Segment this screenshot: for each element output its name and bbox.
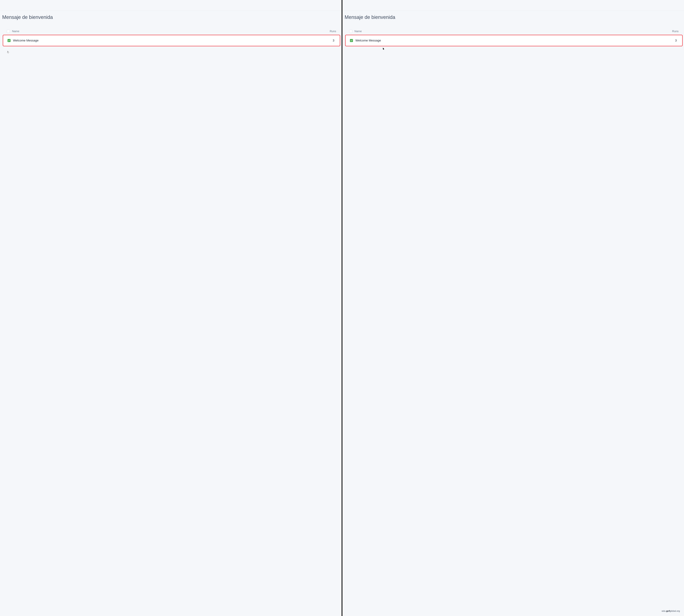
column-runs-header: Runs bbox=[330, 30, 336, 33]
pane-left: Mensaje de bienvenida Name Runs bbox=[0, 0, 342, 616]
section-title: Mensaje de bienvenida bbox=[2, 14, 342, 20]
checkmark-icon bbox=[350, 39, 352, 42]
list-header: Name Runs bbox=[2, 30, 342, 35]
content-area: Mensaje de bienvenida Name Runs bbox=[0, 11, 342, 46]
section-title: Mensaje de bienvenida bbox=[345, 14, 684, 20]
name-header-label: Name bbox=[355, 30, 362, 33]
table-row[interactable]: Welcome Message 3 bbox=[345, 35, 683, 46]
select-all-checkbox[interactable] bbox=[7, 30, 10, 33]
top-bar bbox=[0, 0, 342, 11]
column-runs-header: Runs bbox=[672, 30, 679, 33]
list-header: Name Runs bbox=[345, 30, 684, 35]
select-all-checkbox[interactable] bbox=[349, 30, 352, 33]
attribution-suffix: global.org bbox=[670, 610, 680, 612]
name-header-label: Name bbox=[12, 30, 19, 33]
row-name: Welcome Message bbox=[356, 39, 381, 42]
column-name-header: Name bbox=[349, 30, 672, 33]
arrow-cursor-icon bbox=[383, 48, 385, 50]
row-runs: 3 bbox=[675, 39, 677, 42]
top-bar bbox=[342, 0, 684, 11]
row-container: Welcome Message 3 bbox=[2, 35, 342, 46]
attribution-bold: gcf bbox=[666, 610, 670, 612]
attribution-prefix: edu. bbox=[662, 610, 666, 612]
table-row[interactable]: Welcome Message 3 bbox=[3, 35, 340, 46]
attribution: edu.gcfglobal.org bbox=[662, 610, 680, 612]
pane-right: Mensaje de bienvenida Name Runs bbox=[342, 0, 684, 616]
checkmark-icon bbox=[8, 39, 10, 42]
split-view: Mensaje de bienvenida Name Runs bbox=[0, 0, 684, 616]
content-area: Mensaje de bienvenida Name Runs bbox=[342, 11, 684, 46]
row-container: Welcome Message 3 bbox=[345, 35, 684, 46]
row-name: Welcome Message bbox=[13, 39, 39, 42]
pointer-cursor-icon bbox=[7, 51, 9, 53]
column-name-header: Name bbox=[7, 30, 330, 33]
row-checkbox-checked[interactable] bbox=[7, 39, 10, 42]
row-checkbox-checked[interactable] bbox=[350, 39, 353, 42]
row-runs: 3 bbox=[333, 39, 334, 42]
